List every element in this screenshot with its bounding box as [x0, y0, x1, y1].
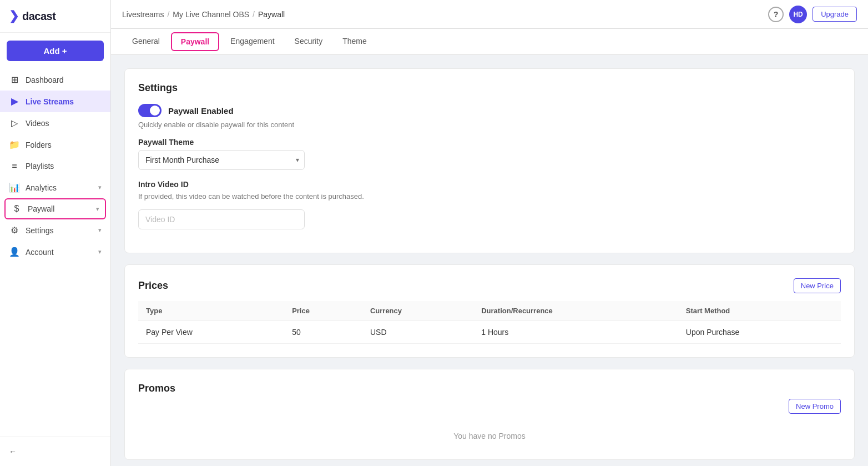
- col-price: Price: [284, 301, 362, 321]
- sidebar-item-label: Folders: [26, 141, 52, 149]
- promos-header: New Promo: [138, 399, 841, 414]
- sidebar-item-label: Settings: [26, 226, 54, 235]
- tab-paywall[interactable]: Paywall: [171, 32, 219, 51]
- folders-icon: 📁: [9, 139, 20, 150]
- sidebar-item-live-streams[interactable]: ▶ Live Streams: [0, 91, 110, 112]
- logo-text: dacast: [22, 10, 55, 23]
- prices-table-body: Pay Per View 50 USD 1 Hours Upon Purchas…: [138, 321, 841, 344]
- videos-icon: ▷: [9, 118, 20, 128]
- cell-type: Pay Per View: [138, 321, 284, 344]
- sidebar-item-analytics[interactable]: 📊 Analytics ▾: [0, 177, 110, 198]
- sidebar-nav: ⊞ Dashboard ▶ Live Streams ▷ Videos 📁 Fo…: [0, 69, 110, 263]
- sidebar-bottom: ←: [0, 437, 110, 466]
- chevron-down-icon: ▾: [96, 206, 99, 213]
- toggle-label: Paywall Enabled: [168, 106, 234, 116]
- sidebar-item-label: Playlists: [26, 162, 54, 171]
- breadcrumb-channel[interactable]: My Live Channel OBS: [173, 10, 249, 19]
- sidebar-item-settings[interactable]: ⚙ Settings ▾: [0, 219, 110, 241]
- breadcrumb-livestreams[interactable]: Livestreams: [122, 10, 164, 19]
- playlists-icon: ≡: [9, 161, 20, 171]
- live-streams-icon: ▶: [9, 96, 20, 107]
- paywall-enabled-toggle[interactable]: [138, 104, 162, 117]
- add-button[interactable]: Add +: [7, 41, 104, 61]
- tab-engagement[interactable]: Engagement: [220, 29, 284, 54]
- logo-icon: ❯: [9, 9, 19, 23]
- settings-title: Settings: [138, 82, 841, 94]
- intro-video-input[interactable]: [138, 209, 305, 229]
- tab-security[interactable]: Security: [285, 29, 333, 54]
- sidebar-item-playlists[interactable]: ≡ Playlists: [0, 156, 110, 177]
- sidebar-item-label: Live Streams: [26, 97, 74, 106]
- cell-start-method: Upon Purchase: [678, 321, 841, 344]
- prices-card: Prices New Price Type Price Currency Dur…: [124, 264, 855, 358]
- prices-table-header: Type Price Currency Duration/Recurrence …: [138, 301, 841, 321]
- upgrade-button[interactable]: Upgrade: [813, 7, 857, 22]
- intro-video-group: Intro Video ID If provided, this video c…: [138, 180, 841, 229]
- paywall-theme-select-wrapper: First Month Purchase Standard Custom ▾: [138, 150, 305, 170]
- col-type: Type: [138, 301, 284, 321]
- tab-bar: General Paywall Engagement Security Them…: [111, 29, 868, 55]
- toggle-row: Paywall Enabled: [138, 104, 841, 117]
- prices-table: Type Price Currency Duration/Recurrence …: [138, 301, 841, 344]
- chevron-down-icon: ▾: [98, 184, 102, 191]
- promos-title: Promos: [138, 383, 175, 394]
- settings-icon: ⚙: [9, 225, 20, 235]
- col-duration: Duration/Recurrence: [473, 301, 678, 321]
- tab-theme[interactable]: Theme: [332, 29, 377, 54]
- promos-empty-label: You have no Promos: [138, 418, 841, 446]
- cell-duration: 1 Hours: [473, 321, 678, 344]
- paywall-theme-select[interactable]: First Month Purchase Standard Custom: [138, 150, 305, 170]
- intro-video-desc: If provided, this video can be watched b…: [138, 192, 841, 201]
- account-icon: 👤: [9, 247, 20, 257]
- paywall-theme-group: Paywall Theme First Month Purchase Stand…: [138, 138, 841, 170]
- prices-title: Prices: [138, 280, 168, 292]
- intro-video-label: Intro Video ID: [138, 180, 841, 189]
- sidebar-item-dashboard[interactable]: ⊞ Dashboard: [0, 69, 110, 91]
- logo-area: ❯ dacast: [0, 0, 110, 33]
- breadcrumb: Livestreams / My Live Channel OBS / Payw…: [122, 10, 285, 19]
- breadcrumb-current: Paywall: [258, 10, 285, 19]
- new-price-button[interactable]: New Price: [794, 278, 841, 293]
- main-area: Livestreams / My Live Channel OBS / Payw…: [111, 0, 868, 466]
- toggle-description: Quickly enable or disable paywall for th…: [138, 121, 841, 129]
- chevron-down-icon: ▾: [98, 248, 102, 255]
- col-currency: Currency: [362, 301, 473, 321]
- sidebar: ❯ dacast Add + ⊞ Dashboard ▶ Live Stream…: [0, 0, 111, 466]
- content-area: Settings Paywall Enabled Quickly enable …: [111, 55, 868, 466]
- sidebar-item-label: Videos: [26, 119, 49, 128]
- cell-price: 50: [284, 321, 362, 344]
- sidebar-item-label: Analytics: [26, 183, 57, 192]
- paywall-theme-label: Paywall Theme: [138, 138, 841, 147]
- avatar-button[interactable]: HD: [789, 6, 807, 23]
- paywall-icon: $: [11, 204, 22, 214]
- breadcrumb-sep: /: [253, 10, 255, 19]
- sidebar-item-paywall[interactable]: $ Paywall ▾: [4, 198, 106, 219]
- sidebar-item-folders[interactable]: 📁 Folders: [0, 134, 110, 156]
- tab-general[interactable]: General: [122, 29, 170, 54]
- table-row: Pay Per View 50 USD 1 Hours Upon Purchas…: [138, 321, 841, 344]
- analytics-icon: 📊: [9, 182, 20, 193]
- chevron-down-icon: ▾: [98, 227, 102, 234]
- topbar: Livestreams / My Live Channel OBS / Payw…: [111, 0, 868, 29]
- sidebar-item-videos[interactable]: ▷ Videos: [0, 112, 110, 134]
- dashboard-icon: ⊞: [9, 74, 20, 85]
- new-promo-button[interactable]: New Promo: [789, 399, 841, 414]
- cell-currency: USD: [362, 321, 473, 344]
- back-icon: ←: [9, 447, 17, 456]
- promos-card: Promos New Promo You have no Promos: [124, 369, 855, 460]
- help-button[interactable]: ?: [768, 7, 784, 22]
- sidebar-back-button[interactable]: ←: [0, 442, 110, 462]
- breadcrumb-sep: /: [167, 10, 169, 19]
- col-start-method: Start Method: [678, 301, 841, 321]
- settings-card: Settings Paywall Enabled Quickly enable …: [124, 68, 855, 253]
- sidebar-item-label: Dashboard: [26, 76, 64, 84]
- sidebar-item-label: Paywall: [28, 204, 54, 213]
- sidebar-item-account[interactable]: 👤 Account ▾: [0, 241, 110, 263]
- sidebar-item-label: Account: [26, 248, 54, 257]
- topbar-right: ? HD Upgrade: [768, 6, 857, 23]
